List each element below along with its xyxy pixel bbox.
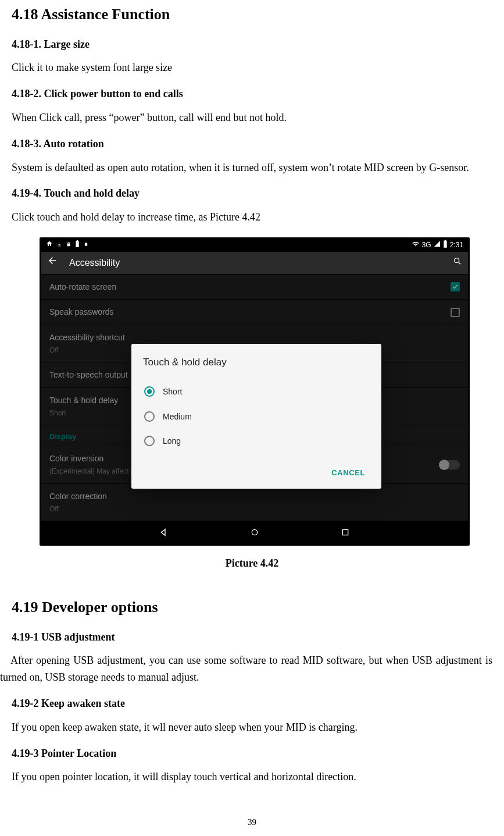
radio-label: Short [163, 385, 182, 398]
row-sublabel: Short [49, 408, 118, 419]
row-label: Color correction [49, 490, 107, 503]
signal-icon [434, 240, 441, 251]
row-label: Auto-rotate screen [49, 280, 116, 293]
para-4-19-1: After opening USB adjustment, you can us… [0, 652, 504, 686]
svg-rect-2 [342, 530, 348, 535]
row-label: Text-to-speech output [49, 368, 128, 381]
nav-bar [41, 521, 468, 544]
cancel-button[interactable]: CANCEL [327, 464, 370, 483]
para-4-19-3: If you open pointer location, it will di… [12, 769, 492, 785]
wifi-icon [412, 240, 420, 251]
heading-4-18: 4.18 Assistance Function [12, 2, 492, 27]
app-bar: Accessibility [41, 252, 468, 274]
download-icon [56, 240, 62, 251]
heading-4-18-1: 4.18-1. Large size [12, 36, 492, 53]
radio-unselected-icon [144, 436, 155, 446]
heading-4-18-2: 4.18-2. Click power button to end calls [12, 86, 492, 102]
nav-home-icon[interactable] [250, 528, 259, 537]
back-button[interactable] [47, 255, 58, 271]
row-label: Touch & hold delay [49, 394, 118, 407]
row-color-correction[interactable]: Color correction Off [41, 483, 468, 521]
status-bar: 3G 2:31 [41, 239, 468, 252]
row-auto-rotate[interactable]: Auto-rotate screen [41, 274, 468, 299]
para-4-19-2: If you open keep awaken state, it wll ne… [12, 719, 492, 736]
dialog-touch-hold-delay: Touch & hold delay Short Medium Long [131, 344, 381, 489]
row-speak-passwords[interactable]: Speak passwords [41, 299, 468, 324]
para-4-18-1: Click it to make system font large size [12, 59, 492, 76]
home-icon [46, 240, 53, 251]
dialog-title: Touch & hold delay [143, 354, 370, 370]
para-4-19-4: Click touch and hold delay to increase t… [12, 209, 492, 226]
svg-point-0 [455, 258, 459, 263]
figure-4-42: 3G 2:31 Accessibility [40, 237, 492, 546]
checkbox-checked-icon[interactable] [451, 282, 460, 291]
toggle-switch[interactable] [440, 460, 460, 469]
row-label: Speak passwords [49, 305, 114, 318]
radio-option-medium[interactable]: Medium [143, 404, 370, 429]
radio-label: Long [163, 435, 181, 447]
battery-mini-icon [75, 240, 80, 251]
settings-list: Auto-rotate screen Speak passwords Acces… [41, 274, 468, 521]
heading-4-19-4: 4.19-4. Touch and hold delay [12, 185, 492, 202]
heading-4-19-2: 4.19-2 Keep awaken state [12, 695, 492, 712]
checkbox-unchecked-icon[interactable] [451, 308, 460, 317]
radio-option-long[interactable]: Long [143, 429, 370, 453]
bug-icon [83, 240, 89, 251]
heading-4-19-1: 4.19-1 USB adjustment [12, 629, 492, 646]
row-label: Accessibility shortcut [49, 331, 125, 344]
figure-caption: Picture 4.42 [12, 555, 492, 572]
nav-recents-icon[interactable] [341, 528, 350, 537]
row-sublabel: Off [49, 504, 107, 515]
lock-icon [66, 240, 72, 251]
para-4-18-3: System is defaulted as open auto rotatio… [12, 159, 492, 176]
heading-4-18-3: 4.18-3. Auto rotation [12, 136, 492, 152]
heading-4-19: 4.19 Developer options [12, 595, 492, 620]
heading-4-19-3: 4.19-3 Pointer Location [12, 745, 492, 762]
battery-icon [443, 240, 448, 251]
page-number: 39 [0, 815, 504, 829]
radio-label: Medium [163, 410, 192, 423]
radio-option-short[interactable]: Short [143, 379, 370, 404]
status-clock: 2:31 [450, 240, 463, 251]
radio-unselected-icon [144, 411, 155, 422]
radio-selected-icon [144, 386, 155, 397]
row-sublabel: Off [49, 345, 125, 356]
search-icon[interactable] [453, 255, 462, 271]
nav-back-icon[interactable] [159, 528, 169, 537]
appbar-title: Accessibility [69, 255, 120, 271]
network-3g-label: 3G [422, 240, 431, 251]
screenshot-accessibility: 3G 2:31 Accessibility [40, 237, 470, 546]
svg-point-1 [252, 530, 257, 535]
para-4-18-2: When Click call, press “power” button, c… [12, 109, 492, 126]
